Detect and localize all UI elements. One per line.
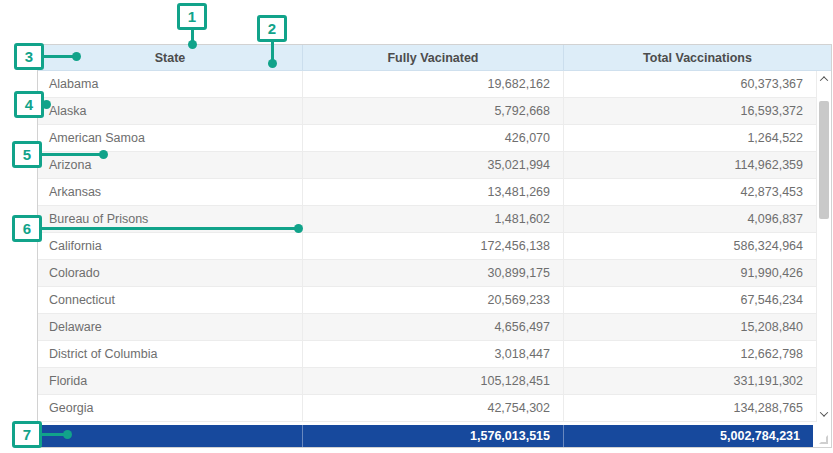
table-row[interactable]: Florida 105,128,451 331,191,302 [38, 368, 831, 395]
table-row[interactable]: Connecticut 20,569,233 67,546,234 [38, 287, 831, 314]
cell-total-vaccinations: 60,373,367 [564, 71, 816, 97]
cell-fully-vaccinated: 4,656,497 [303, 314, 564, 340]
cell-state: Alaska [38, 98, 303, 124]
table-row[interactable]: Alaska 5,792,668 16,593,372 [38, 98, 831, 125]
cell-fully-vaccinated: 13,481,269 [303, 179, 564, 205]
cell-fully-vaccinated: 1,481,602 [303, 206, 564, 232]
cell-fully-vaccinated: 172,456,138 [303, 233, 564, 259]
callout-2-dot [268, 59, 277, 68]
column-header-fully-vaccinated: Fully Vacinated [303, 45, 564, 70]
cell-total-vaccinations: 114,962,359 [564, 152, 816, 178]
table-row[interactable]: Alabama 19,682,162 60,373,367 [38, 71, 831, 98]
scroll-up-button[interactable] [817, 71, 831, 87]
callout-3: 3 [14, 43, 44, 70]
cell-fully-vaccinated: 5,792,668 [303, 98, 564, 124]
resize-grip-icon [819, 435, 828, 444]
table-row[interactable]: Georgia 42,754,302 134,288,765 [38, 395, 831, 422]
cell-state: Connecticut [38, 287, 303, 313]
cell-fully-vaccinated: 105,128,451 [303, 368, 564, 394]
table-row[interactable]: Arizona 35,021,994 114,962,359 [38, 152, 831, 179]
cell-total-vaccinations: 42,873,453 [564, 179, 816, 205]
callout-2-label: 2 [268, 20, 276, 37]
cell-total-vaccinations: 331,191,302 [564, 368, 816, 394]
callout-6-label: 6 [23, 220, 31, 237]
cell-state: Arkansas [38, 179, 303, 205]
callout-5: 5 [12, 141, 42, 168]
cell-state: District of Columbia [38, 341, 303, 367]
callout-4-label: 4 [25, 96, 33, 113]
cell-total-vaccinations: 16,593,372 [564, 98, 816, 124]
cell-state: Florida [38, 368, 303, 394]
chevron-down-icon [820, 408, 828, 416]
scrollbar-corner [813, 425, 831, 447]
totals-row-bar: 1,576,013,515 5,002,784,231 [38, 425, 813, 447]
callout-2: 2 [257, 15, 287, 42]
cell-total-vaccinations: 15,208,840 [564, 314, 816, 340]
cell-fully-vaccinated: 19,682,162 [303, 71, 564, 97]
totals-row: 1,576,013,515 5,002,784,231 [38, 425, 831, 447]
table-row[interactable]: Arkansas 13,481,269 42,873,453 [38, 179, 831, 206]
cell-state: American Samoa [38, 125, 303, 151]
callout-3-label: 3 [25, 48, 33, 65]
table-row[interactable]: District of Columbia 3,018,447 12,662,79… [38, 341, 831, 368]
table-header-row: State Fully Vacinated Total Vaccinations [38, 45, 831, 71]
totals-cell-fully-vaccinated: 1,576,013,515 [303, 425, 564, 447]
vaccination-table: State Fully Vacinated Total Vaccinations… [37, 44, 832, 448]
callout-6-dot [294, 224, 303, 233]
callout-7-label: 7 [23, 426, 31, 443]
scrollbar-thumb[interactable] [819, 101, 829, 219]
cell-total-vaccinations: 1,264,522 [564, 125, 816, 151]
cell-total-vaccinations: 67,546,234 [564, 287, 816, 313]
callout-1-label: 1 [188, 8, 196, 25]
cell-total-vaccinations: 4,096,837 [564, 206, 816, 232]
table-row[interactable]: Delaware 4,656,497 15,208,840 [38, 314, 831, 341]
callout-1-dot [188, 40, 197, 49]
callout-3-dot [72, 52, 81, 61]
callout-5-stem [42, 153, 103, 156]
cell-fully-vaccinated: 42,754,302 [303, 395, 564, 421]
cell-fully-vaccinated: 426,070 [303, 125, 564, 151]
vertical-scrollbar[interactable] [816, 71, 831, 422]
cell-state: California [38, 233, 303, 259]
cell-state: Alabama [38, 71, 303, 97]
cell-fully-vaccinated: 20,569,233 [303, 287, 564, 313]
cell-total-vaccinations: 586,324,964 [564, 233, 816, 259]
callout-4: 4 [14, 91, 44, 118]
callout-7-dot [63, 430, 72, 439]
callout-5-label: 5 [23, 146, 31, 163]
cell-fully-vaccinated: 3,018,447 [303, 341, 564, 367]
column-header-total-vaccinations: Total Vaccinations [564, 45, 831, 70]
callout-6-stem [42, 227, 298, 230]
cell-total-vaccinations: 12,662,798 [564, 341, 816, 367]
cell-state: Georgia [38, 395, 303, 421]
cell-fully-vaccinated: 35,021,994 [303, 152, 564, 178]
callout-6: 6 [12, 215, 42, 242]
scroll-down-button[interactable] [817, 406, 831, 422]
callout-7: 7 [12, 421, 42, 448]
cell-state: Colorado [38, 260, 303, 286]
dashboard-table-screenshot: State Fully Vacinated Total Vaccinations… [0, 0, 833, 453]
callout-1: 1 [177, 3, 207, 30]
callout-5-dot [99, 150, 108, 159]
cell-total-vaccinations: 134,288,765 [564, 395, 816, 421]
chevron-up-icon [820, 76, 828, 84]
totals-cell-state [38, 425, 303, 447]
table-body: Alabama 19,682,162 60,373,367 Alaska 5,7… [38, 71, 831, 422]
table-row[interactable]: American Samoa 426,070 1,264,522 [38, 125, 831, 152]
cell-total-vaccinations: 91,990,426 [564, 260, 816, 286]
cell-state: Delaware [38, 314, 303, 340]
table-row[interactable]: Colorado 30,899,175 91,990,426 [38, 260, 831, 287]
table-row[interactable]: California 172,456,138 586,324,964 [38, 233, 831, 260]
cell-fully-vaccinated: 30,899,175 [303, 260, 564, 286]
totals-cell-total-vaccinations: 5,002,784,231 [564, 425, 813, 447]
